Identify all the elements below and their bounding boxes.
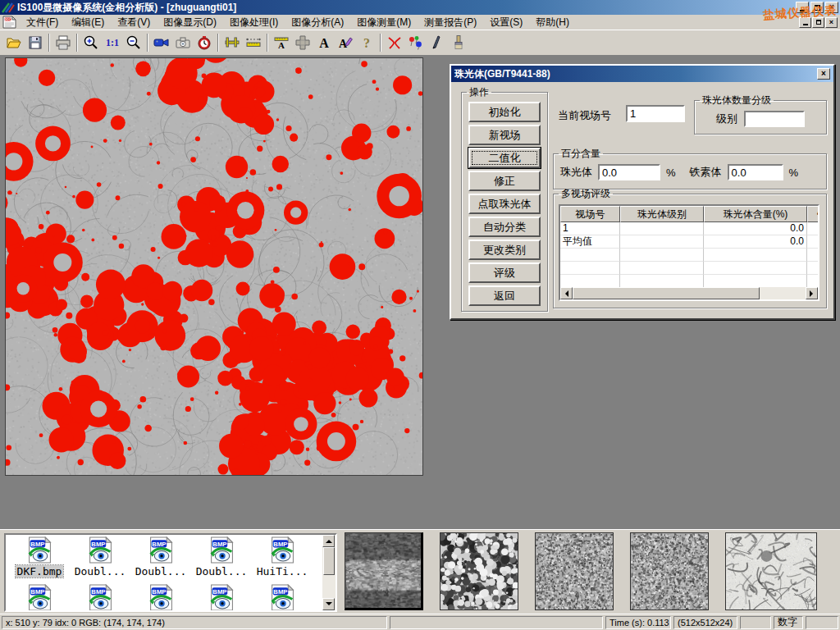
file-item[interactable]: Doubl... — [130, 536, 191, 578]
close-button[interactable]: × — [825, 2, 838, 13]
ferrite-label: 铁素体 — [690, 165, 722, 180]
file-name[interactable]: DKF.bmp — [16, 565, 64, 578]
correct-button[interactable]: 修正 — [468, 171, 541, 191]
pen-tool-button[interactable] — [427, 33, 448, 53]
file-item[interactable]: Doubl... — [70, 536, 130, 578]
bmp-file-icon — [25, 584, 53, 611]
multi-field-group-label: 多视场评级 — [559, 187, 613, 201]
child-close-button[interactable]: × — [825, 17, 838, 28]
file-name[interactable]: Doubl... — [134, 565, 189, 578]
actual-size-button[interactable]: 1:1 — [102, 33, 123, 53]
file-item[interactable]: DKF.bmp — [9, 536, 70, 578]
menu-item-edit[interactable]: 编辑(E) — [65, 15, 111, 30]
video-capture-button[interactable] — [151, 33, 172, 53]
table-row[interactable]: 平均值 0.0 — [560, 235, 818, 249]
file-item[interactable] — [9, 584, 70, 611]
text-tool-button[interactable]: A — [313, 33, 335, 53]
pick-pearlite-button[interactable]: 点取珠光体 — [468, 194, 541, 214]
menu-item-measure-report[interactable]: 测量报告(P) — [418, 15, 483, 30]
cell-grade — [620, 235, 704, 249]
menu-item-settings[interactable]: 设置(S) — [483, 15, 529, 30]
cell-content: 0.0 — [704, 235, 807, 249]
zoom-in-button[interactable] — [80, 33, 102, 53]
thumbnail-4[interactable] — [630, 532, 709, 610]
file-row — [6, 582, 336, 611]
menu-bar: DOC 文件(F) 编辑(E) 查看(V) 图像显示(D) 图像处理(I) 图像… — [0, 15, 840, 30]
child-minimize-button[interactable] — [799, 17, 811, 28]
minimize-icon — [800, 10, 806, 11]
new-field-button[interactable]: 新视场 — [468, 125, 541, 145]
scroll-track[interactable] — [322, 575, 336, 598]
open-button[interactable] — [3, 33, 25, 53]
binarize-button[interactable]: 二值化 — [468, 148, 541, 168]
dialog-title-bar[interactable]: 珠光体(GB/T9441-88) × — [451, 66, 833, 82]
scroll-down-button[interactable] — [322, 598, 335, 610]
merge-cross-icon — [294, 34, 311, 51]
video-camera-icon — [153, 34, 170, 51]
menu-item-image-measure[interactable]: 图像测量(M) — [350, 15, 418, 30]
file-item[interactable] — [70, 584, 130, 611]
scroll-left-button[interactable] — [560, 287, 573, 299]
svg-text:?: ? — [363, 36, 370, 50]
file-item[interactable] — [191, 584, 252, 611]
file-name[interactable]: HuiTi... — [255, 565, 310, 578]
current-field-input[interactable]: 1 — [626, 105, 685, 122]
file-name[interactable]: Doubl... — [194, 565, 249, 578]
scroll-track[interactable] — [760, 287, 806, 299]
file-item[interactable]: Doubl... — [191, 536, 252, 578]
thumbnail-2[interactable] — [440, 532, 518, 610]
pearlite-percent-input[interactable]: 0.0 — [598, 164, 660, 180]
caliper-measure-button[interactable] — [221, 33, 243, 53]
file-item[interactable] — [130, 584, 191, 611]
rate-button[interactable]: 评级 — [468, 262, 541, 283]
help-icon: ? — [358, 34, 375, 51]
menu-item-view[interactable]: 查看(V) — [111, 15, 157, 30]
thumbnail-5[interactable] — [725, 532, 817, 610]
marker-tool-button[interactable] — [405, 33, 427, 53]
save-button[interactable] — [25, 33, 46, 53]
auto-classify-button[interactable]: 自动分类 — [468, 217, 541, 237]
auto-measure-button[interactable]: A — [271, 33, 292, 53]
curve-tool-button[interactable] — [384, 33, 405, 53]
return-button[interactable]: 返回 — [468, 285, 541, 306]
menu-item-image-display[interactable]: 图像显示(D) — [157, 15, 223, 30]
annotate-tool-button[interactable]: A — [335, 33, 356, 53]
file-item[interactable]: HuiTi... — [252, 536, 313, 578]
scroll-right-button[interactable] — [806, 287, 818, 299]
menu-item-file[interactable]: 文件(F) — [20, 15, 65, 30]
print-button[interactable] — [52, 33, 74, 53]
scroll-thumb[interactable] — [323, 547, 335, 575]
operation-group: 操作 初始化 新视场 二值化 修正 点取珠光体 自动分类 更改类别 评级 返回 — [461, 85, 548, 312]
grade-input[interactable] — [744, 111, 805, 127]
ruler-icon — [245, 34, 262, 51]
minimize-button[interactable] — [796, 2, 809, 13]
metallograph-canvas[interactable] — [5, 57, 423, 476]
help-button[interactable]: ? — [356, 33, 377, 53]
file-row: DKF.bmp Doubl... Doubl... Doubl... HuiTi… — [6, 535, 336, 578]
scroll-up-button[interactable] — [322, 535, 335, 547]
brush-tool-button[interactable] — [448, 33, 469, 53]
document-icon[interactable]: DOC — [2, 16, 16, 29]
camera-capture-button[interactable] — [172, 33, 194, 53]
file-name[interactable]: Doubl... — [73, 565, 128, 578]
merge-tool-button[interactable] — [292, 33, 313, 53]
menu-item-help[interactable]: 帮助(H) — [529, 15, 576, 30]
table-row-empty — [560, 262, 818, 275]
thumbnail-3[interactable] — [535, 532, 614, 610]
minimize-icon — [803, 24, 808, 25]
timer-button[interactable] — [194, 33, 215, 53]
thumbnail-1[interactable] — [345, 532, 423, 610]
ruler-measure-button[interactable] — [243, 33, 264, 53]
menu-item-image-process[interactable]: 图像处理(I) — [223, 15, 285, 30]
scroll-thumb[interactable] — [573, 287, 760, 299]
change-class-button[interactable]: 更改类别 — [468, 240, 541, 260]
dialog-close-button[interactable]: × — [817, 68, 830, 80]
file-item[interactable] — [252, 584, 313, 611]
ferrite-percent-input[interactable]: 0.0 — [728, 164, 783, 180]
restore-button[interactable] — [810, 2, 824, 13]
child-restore-button[interactable] — [812, 17, 824, 28]
table-row[interactable]: 1 0.0 — [560, 222, 818, 235]
init-button[interactable]: 初始化 — [468, 102, 541, 122]
zoom-out-button[interactable] — [123, 33, 144, 53]
menu-item-image-analysis[interactable]: 图像分析(A) — [285, 15, 350, 30]
